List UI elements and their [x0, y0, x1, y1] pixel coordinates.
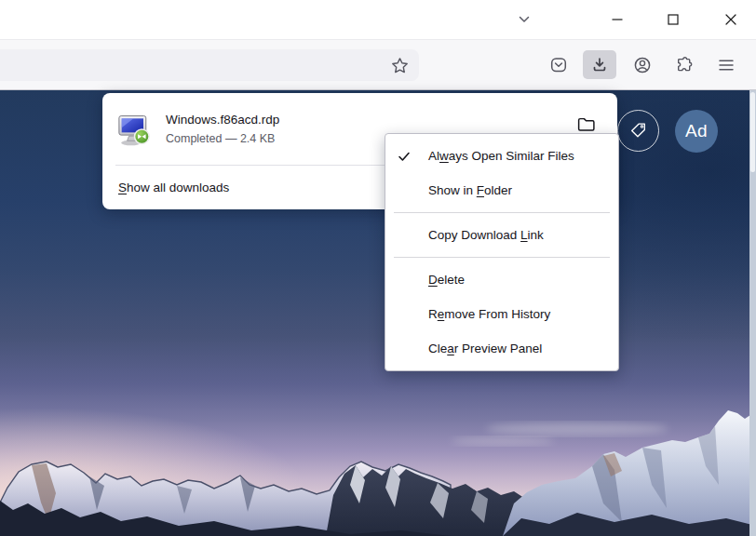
folder-icon — [576, 114, 596, 134]
browser-window: Ad — [0, 0, 756, 536]
close-button[interactable] — [705, 0, 756, 39]
tag-icon — [628, 121, 648, 141]
menu-item-label: Clear Preview Panel — [428, 342, 542, 355]
menu-item-label: Copy Download Link — [428, 228, 544, 242]
scrollbar-thumb[interactable] — [750, 92, 755, 172]
menu-separator — [394, 212, 610, 213]
extensions-button[interactable] — [668, 50, 701, 79]
tag-button[interactable] — [617, 110, 659, 152]
download-context-menu: Always Open Similar FilesShow in FolderC… — [385, 133, 619, 371]
pocket-button[interactable] — [542, 50, 575, 79]
account-icon — [633, 56, 652, 74]
menu-item-always-open-similar-files[interactable]: Always Open Similar Files — [385, 139, 618, 173]
download-filename: Windows.f86acd.rdp — [166, 113, 604, 127]
page-scrollbar[interactable] — [749, 90, 756, 536]
star-icon — [391, 57, 409, 74]
downloads-button[interactable] — [583, 50, 616, 79]
maximize-icon — [667, 13, 680, 26]
menu-item-copy-download-link[interactable]: Copy Download Link — [385, 218, 618, 252]
maximize-button[interactable] — [649, 0, 697, 39]
menu-item-label: Show in Folder — [428, 183, 512, 197]
menu-item-label: Remove From History — [428, 307, 550, 321]
close-icon — [724, 13, 737, 26]
downloads-icon — [590, 56, 609, 74]
menu-item-delete[interactable]: Delete — [385, 262, 618, 297]
bookmark-button[interactable] — [386, 52, 412, 78]
navigation-toolbar — [0, 39, 756, 90]
menu-item-label: Delete — [428, 273, 465, 287]
account-button[interactable] — [626, 50, 659, 79]
menu-item-show-in-folder[interactable]: Show in Folder — [385, 173, 618, 208]
tab-list-chevron-button[interactable] — [509, 0, 539, 39]
pocket-icon — [549, 56, 568, 74]
menu-item-remove-from-history[interactable]: Remove From History — [385, 297, 618, 331]
minimize-button[interactable] — [593, 0, 641, 39]
puzzle-piece-icon — [675, 56, 694, 74]
app-menu-button[interactable] — [709, 50, 743, 79]
chevron-down-icon — [517, 12, 532, 27]
checkmark-icon — [397, 149, 428, 164]
url-bar[interactable] — [0, 49, 419, 81]
menu-item-clear-preview-panel[interactable]: Clear Preview Panel — [385, 331, 618, 366]
rdp-file-icon — [115, 111, 153, 148]
menu-separator — [394, 257, 610, 258]
menu-item-label: Always Open Similar Files — [428, 149, 574, 163]
hamburger-menu-icon — [717, 56, 736, 74]
titlebar — [0, 0, 756, 39]
minimize-icon — [611, 13, 624, 26]
avatar[interactable]: Ad — [675, 110, 718, 153]
